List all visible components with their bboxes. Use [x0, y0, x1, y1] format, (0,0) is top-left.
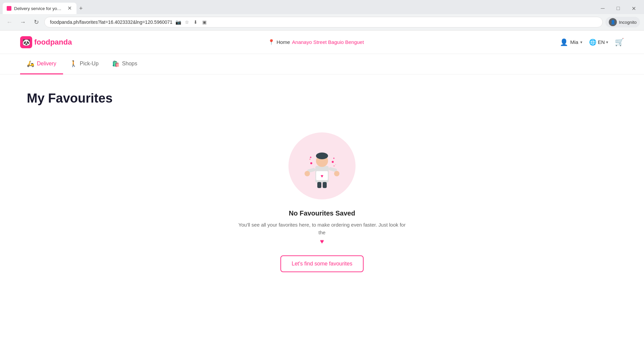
- page-title: My Favourites: [27, 91, 617, 106]
- header-right: 👤 Mia ▾ 🌐 EN ▾ 🛒: [560, 38, 624, 47]
- lang-chevron-icon: ▾: [606, 40, 608, 45]
- empty-state-description: You'll see all your favorites here, to m…: [238, 221, 406, 236]
- new-tab-button[interactable]: +: [76, 3, 86, 14]
- tab-favicon: [7, 6, 11, 11]
- tab-shops[interactable]: 🛍️ Shops: [105, 54, 144, 74]
- browser-tab-active[interactable]: Delivery service for your favouri ✕: [3, 3, 76, 14]
- download-icon[interactable]: ⬇: [193, 19, 199, 25]
- location-pin-icon: 📍: [268, 39, 275, 45]
- empty-state: ♥ ✦ ✦ ✦ No Favourites Saved You'll see a…: [27, 126, 617, 279]
- forward-button[interactable]: →: [17, 17, 28, 27]
- profile-pill[interactable]: 👤 Incognito: [605, 17, 640, 27]
- nav-tabs: 🛵 Delivery 🚶 Pick-Up 🛍️ Shops: [0, 54, 644, 74]
- browser-chrome: Delivery service for your favouri ✕ + ─ …: [0, 0, 644, 31]
- tab-pickup[interactable]: 🚶 Pick-Up: [63, 54, 105, 74]
- favourites-illustration: ♥ ✦ ✦ ✦: [295, 139, 349, 193]
- find-favourites-button[interactable]: Let's find some favourites: [280, 255, 364, 272]
- delivery-icon: 🛵: [27, 60, 34, 67]
- back-button[interactable]: ←: [4, 17, 15, 27]
- svg-point-10: [332, 161, 334, 163]
- minimize-button[interactable]: ─: [595, 3, 610, 14]
- tab-title: Delivery service for your favouri: [14, 6, 64, 11]
- user-menu[interactable]: 👤 Mia ▾: [560, 38, 582, 46]
- camera-icon[interactable]: 📷: [175, 19, 181, 25]
- svg-point-2: [316, 153, 328, 159]
- address-bar-icons: 📷 ☆ ⬇ ▣: [175, 19, 207, 25]
- logo-icon: 🐼: [20, 36, 32, 48]
- cart-button[interactable]: 🛒: [615, 38, 624, 47]
- home-label: Home: [277, 39, 290, 45]
- user-name: Mia: [570, 39, 578, 45]
- svg-point-9: [310, 162, 312, 164]
- location-link[interactable]: Ananayo Street Baguio Benguet: [292, 39, 364, 45]
- empty-illustration: ♥ ✦ ✦ ✦: [288, 132, 356, 199]
- svg-point-5: [305, 171, 310, 176]
- tab-shops-label: Shops: [122, 61, 137, 67]
- address-url: foodpanda.ph/favorites?lat=16.4023332&ln…: [50, 19, 172, 25]
- globe-icon: 🌐: [589, 39, 596, 46]
- main-content: My Favourites ♥: [0, 74, 644, 296]
- tab-close-button[interactable]: ✕: [66, 5, 72, 11]
- language-menu[interactable]: 🌐 EN ▾: [589, 39, 608, 46]
- svg-text:✦: ✦: [333, 157, 335, 160]
- tab-pickup-label: Pick-Up: [80, 61, 99, 67]
- reload-button[interactable]: ↻: [31, 17, 42, 27]
- tab-bar: Delivery service for your favouri ✕ + ─ …: [0, 0, 644, 14]
- empty-state-title: No Favourites Saved: [289, 209, 355, 217]
- header-location: 📍 Home Ananayo Street Baguio Benguet: [268, 39, 364, 45]
- svg-point-6: [334, 171, 339, 176]
- close-button[interactable]: ✕: [626, 3, 641, 14]
- window-controls: ─ □ ✕: [595, 3, 641, 14]
- address-bar[interactable]: foodpanda.ph/favorites?lat=16.4023332&ln…: [44, 17, 603, 27]
- heart-icon: ♥: [320, 238, 324, 245]
- profile-avatar: 👤: [609, 18, 617, 26]
- star-icon[interactable]: ☆: [184, 19, 190, 25]
- maximize-button[interactable]: □: [610, 3, 626, 14]
- svg-text:✦: ✦: [335, 164, 336, 166]
- svg-text:✦: ✦: [309, 156, 312, 159]
- sidebar-icon[interactable]: ▣: [201, 19, 207, 25]
- user-chevron-icon: ▾: [580, 40, 582, 45]
- svg-rect-16: [317, 182, 321, 188]
- svg-text:♥: ♥: [321, 173, 323, 179]
- language-label: EN: [598, 39, 605, 45]
- logo-text: foodpanda: [34, 38, 72, 47]
- logo[interactable]: 🐼 foodpanda: [20, 36, 72, 48]
- app-header: 🐼 foodpanda 📍 Home Ananayo Street Baguio…: [0, 31, 644, 54]
- profile-label: Incognito: [619, 20, 637, 25]
- tab-delivery-label: Delivery: [37, 61, 56, 67]
- address-bar-row: ← → ↻ foodpanda.ph/favorites?lat=16.4023…: [0, 14, 644, 30]
- shops-icon: 🛍️: [112, 60, 119, 67]
- svg-rect-17: [323, 182, 327, 188]
- tab-delivery[interactable]: 🛵 Delivery: [20, 54, 63, 74]
- pickup-icon: 🚶: [70, 60, 77, 67]
- user-icon: 👤: [560, 38, 568, 46]
